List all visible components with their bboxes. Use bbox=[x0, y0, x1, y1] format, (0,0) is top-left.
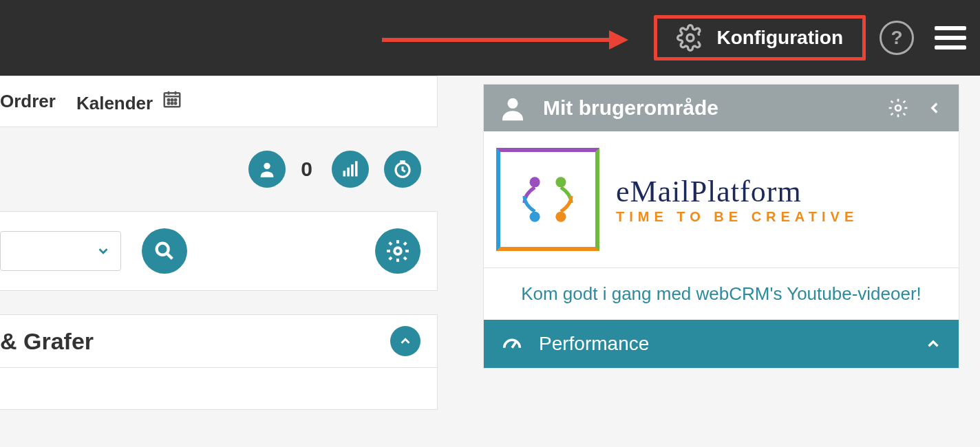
stats-row: 0 bbox=[0, 127, 438, 211]
user-panel-header: Mit brugerområde bbox=[484, 85, 959, 131]
config-label: Konfiguration bbox=[716, 27, 843, 49]
chart-stat-icon[interactable] bbox=[332, 151, 369, 188]
gear-icon bbox=[677, 24, 704, 52]
svg-point-3 bbox=[171, 99, 173, 101]
svg-point-5 bbox=[168, 102, 170, 105]
svg-point-19 bbox=[555, 177, 566, 187]
svg-rect-9 bbox=[343, 171, 346, 176]
annotation-arrow bbox=[382, 30, 628, 50]
svg-point-6 bbox=[171, 102, 173, 105]
chevron-down-icon bbox=[96, 243, 111, 259]
filter-dropdown[interactable] bbox=[0, 231, 121, 271]
filter-panel bbox=[0, 211, 438, 291]
settings-button[interactable] bbox=[375, 228, 420, 274]
svg-point-4 bbox=[175, 99, 177, 101]
svg-rect-12 bbox=[355, 161, 358, 176]
svg-point-16 bbox=[508, 98, 518, 109]
performance-header[interactable]: Performance bbox=[484, 320, 959, 368]
user-icon bbox=[499, 94, 526, 122]
menu-button[interactable] bbox=[935, 26, 966, 50]
svg-point-20 bbox=[530, 212, 540, 222]
logo-line1: eMailPlatform bbox=[616, 174, 858, 209]
config-button[interactable]: Konfiguration bbox=[654, 15, 866, 61]
logo-area: eMailPlatform TIME TO BE CREATIVE bbox=[484, 131, 959, 268]
svg-point-2 bbox=[168, 99, 170, 101]
youtube-link-row: Kom godt i gang med webCRM's Youtube-vid… bbox=[484, 268, 959, 320]
performance-label: Performance bbox=[539, 333, 649, 355]
main-column: Ordrer Kalender 0 bbox=[0, 76, 438, 410]
svg-rect-11 bbox=[351, 164, 354, 177]
nav-strip: Ordrer Kalender bbox=[0, 76, 438, 127]
svg-point-8 bbox=[264, 163, 270, 169]
user-panel-title: Mit brugerområde bbox=[543, 96, 718, 120]
logo-text: eMailPlatform TIME TO BE CREATIVE bbox=[616, 174, 858, 225]
collapse-right-icon[interactable] bbox=[926, 99, 944, 117]
svg-point-0 bbox=[687, 34, 694, 41]
user-panel: Mit brugerområde eMailPlatform bbox=[483, 84, 959, 369]
svg-point-15 bbox=[394, 248, 401, 254]
calendar-icon bbox=[162, 89, 182, 109]
help-button[interactable]: ? bbox=[880, 21, 914, 55]
chevron-up-icon bbox=[924, 335, 942, 353]
svg-point-18 bbox=[530, 177, 540, 187]
logo-mark bbox=[496, 148, 599, 251]
graphs-panel: & Grafer bbox=[0, 314, 438, 410]
svg-point-21 bbox=[555, 212, 566, 222]
logo-line2: TIME TO BE CREATIVE bbox=[616, 209, 858, 225]
top-bar: Konfiguration ? bbox=[0, 0, 980, 76]
nav-orders[interactable]: Ordrer bbox=[0, 91, 56, 112]
user-count: 0 bbox=[301, 157, 312, 181]
svg-point-14 bbox=[157, 243, 169, 255]
svg-rect-10 bbox=[347, 168, 350, 177]
search-button[interactable] bbox=[142, 228, 187, 274]
nav-calendar[interactable]: Kalender bbox=[76, 89, 183, 114]
collapse-button[interactable] bbox=[390, 326, 420, 356]
youtube-link[interactable]: Kom godt i gang med webCRM's Youtube-vid… bbox=[521, 283, 922, 304]
svg-point-7 bbox=[175, 102, 177, 105]
graphs-title: & Grafer bbox=[0, 328, 94, 355]
timer-stat-icon[interactable] bbox=[384, 151, 421, 188]
svg-point-17 bbox=[895, 105, 901, 111]
gauge-icon bbox=[500, 332, 524, 356]
panel-gear-icon[interactable] bbox=[887, 97, 909, 119]
user-stat-icon[interactable] bbox=[248, 151, 286, 188]
